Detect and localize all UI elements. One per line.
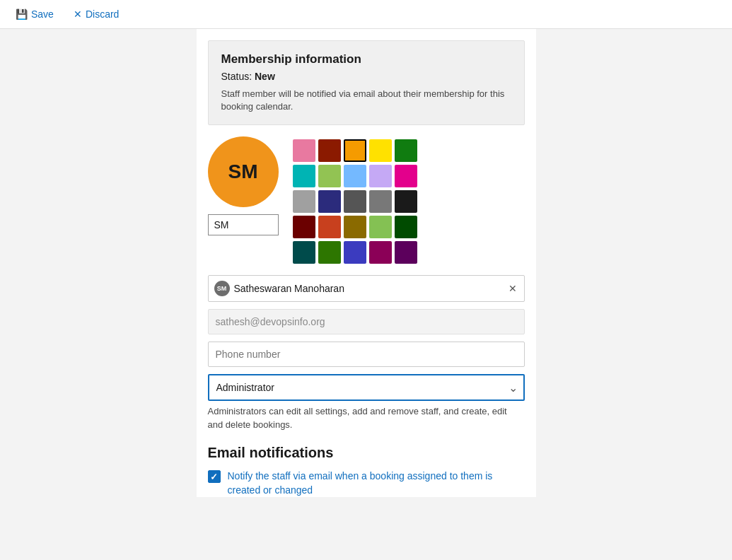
color-swatch[interactable] bbox=[344, 139, 366, 162]
color-swatch[interactable] bbox=[395, 139, 417, 162]
color-swatch[interactable] bbox=[318, 241, 341, 264]
avatar-circle: SM bbox=[208, 136, 279, 207]
color-swatch[interactable] bbox=[395, 216, 417, 238]
panel: Membership information Status: New Staff… bbox=[197, 29, 536, 497]
staff-avatar-text: SM bbox=[217, 285, 227, 292]
page-wrapper: 💾 Save ✕ Discard Membership information … bbox=[0, 0, 732, 560]
checkbox-row: ✓ Notify the staff via email when a book… bbox=[208, 469, 525, 497]
color-swatch[interactable] bbox=[369, 165, 392, 187]
checkmark-icon: ✓ bbox=[210, 472, 218, 482]
color-swatch[interactable] bbox=[369, 139, 392, 162]
color-swatch[interactable] bbox=[344, 241, 366, 264]
avatar-initials-display: SM bbox=[228, 161, 258, 183]
color-swatch[interactable] bbox=[369, 241, 392, 264]
membership-card: Membership information Status: New Staff… bbox=[208, 40, 525, 125]
staff-avatar-small: SM bbox=[214, 281, 230, 296]
color-swatch[interactable] bbox=[395, 190, 417, 213]
color-swatch[interactable] bbox=[318, 165, 341, 187]
color-swatch[interactable] bbox=[344, 216, 366, 238]
color-swatch[interactable] bbox=[293, 216, 315, 238]
notify-checkbox[interactable]: ✓ bbox=[208, 470, 221, 483]
toolbar: 💾 Save ✕ Discard bbox=[0, 0, 732, 29]
role-description: Administrators can edit all settings, ad… bbox=[208, 405, 525, 432]
save-button[interactable]: 💾 Save bbox=[11, 6, 58, 23]
save-icon: 💾 bbox=[16, 8, 28, 20]
email-field-disabled: sathesh@devopsinfo.org bbox=[208, 309, 525, 334]
save-label: Save bbox=[31, 8, 54, 20]
email-notifications-title: Email notifications bbox=[208, 445, 525, 461]
color-swatch[interactable] bbox=[293, 241, 315, 264]
membership-title: Membership information bbox=[221, 52, 511, 66]
notify-label: Notify the staff via email when a bookin… bbox=[228, 469, 525, 497]
color-swatch[interactable] bbox=[293, 190, 315, 213]
phone-input[interactable] bbox=[208, 342, 525, 367]
avatar-container: SM bbox=[208, 136, 279, 235]
color-swatch[interactable] bbox=[318, 139, 341, 162]
avatar-initials-input[interactable] bbox=[208, 214, 279, 235]
form-section: SM Satheswaran Manoharan ✕ sathesh@devop… bbox=[197, 275, 536, 432]
membership-status: Status: New bbox=[221, 71, 511, 82]
status-value: New bbox=[255, 71, 275, 82]
status-label: Status: bbox=[221, 71, 252, 82]
notify-label-text: Notify the staff via email when a bookin… bbox=[228, 470, 493, 496]
color-swatch[interactable] bbox=[344, 165, 366, 187]
color-swatch[interactable] bbox=[318, 190, 341, 213]
color-swatch[interactable] bbox=[318, 216, 341, 238]
color-swatch[interactable] bbox=[369, 190, 392, 213]
discard-label: Discard bbox=[86, 8, 119, 20]
staff-tag-field: SM Satheswaran Manoharan ✕ bbox=[208, 275, 525, 302]
color-grid bbox=[293, 139, 417, 264]
role-select[interactable]: AdministratorViewerGuest bbox=[208, 374, 525, 401]
discard-button[interactable]: ✕ Discard bbox=[69, 6, 123, 23]
color-swatch[interactable] bbox=[293, 165, 315, 187]
staff-tag-close-button[interactable]: ✕ bbox=[507, 284, 518, 293]
main-content: Membership information Status: New Staff… bbox=[0, 29, 732, 525]
membership-note: Staff member will be notified via email … bbox=[221, 88, 511, 113]
color-swatch[interactable] bbox=[369, 216, 392, 238]
color-swatch[interactable] bbox=[293, 139, 315, 162]
role-select-wrapper: AdministratorViewerGuest ⌄ bbox=[208, 374, 525, 401]
color-swatch[interactable] bbox=[395, 165, 417, 187]
email-value: sathesh@devopsinfo.org bbox=[216, 316, 325, 327]
staff-name: Satheswaran Manoharan bbox=[234, 283, 503, 294]
avatar-color-section: SM bbox=[208, 136, 525, 264]
color-swatch[interactable] bbox=[344, 190, 366, 213]
color-swatch[interactable] bbox=[395, 241, 417, 264]
discard-icon: ✕ bbox=[74, 8, 82, 20]
